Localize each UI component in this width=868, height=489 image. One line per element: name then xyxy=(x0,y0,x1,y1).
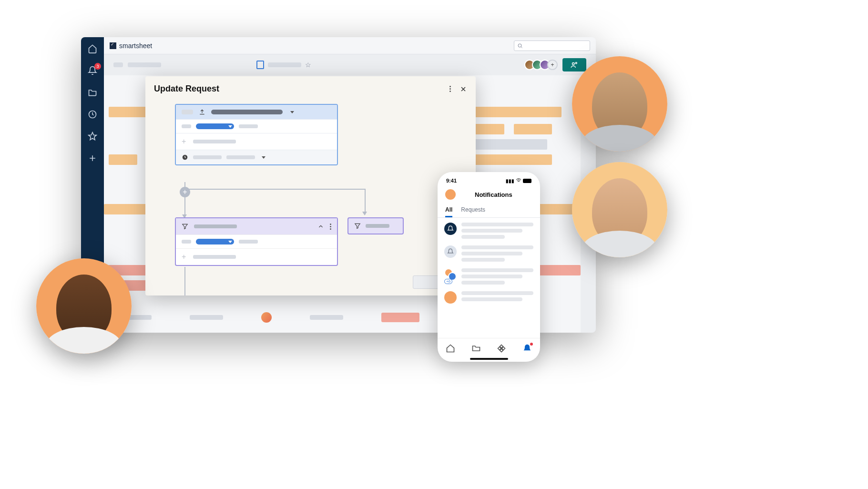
label-skel xyxy=(193,140,236,143)
gantt-bar[interactable] xyxy=(471,124,504,134)
modal-footer xyxy=(145,275,476,289)
phone-home-icon[interactable] xyxy=(446,344,455,355)
share-people-icon xyxy=(570,61,579,69)
nav-folder-icon[interactable] xyxy=(87,87,98,98)
chevron-down-icon xyxy=(262,156,266,159)
breadcrumb-skel xyxy=(113,62,123,67)
phone-signal-icons: ▮▮▮ xyxy=(506,178,531,183)
upload-icon xyxy=(199,109,205,115)
connector xyxy=(365,189,366,214)
avatar-more[interactable]: + xyxy=(547,60,558,70)
badge-dot xyxy=(530,343,533,346)
phone-folder-icon[interactable] xyxy=(471,344,481,355)
collaborators: + xyxy=(524,58,586,71)
label-skel xyxy=(239,240,258,244)
breadcrumb-skel xyxy=(128,62,161,67)
tab-all[interactable]: All xyxy=(445,204,452,217)
profile-avatar[interactable] xyxy=(445,189,456,200)
status-skel xyxy=(190,315,223,320)
gantt-bar[interactable] xyxy=(514,124,552,134)
schedule-dropdown[interactable] xyxy=(226,155,255,159)
condition-chip[interactable] xyxy=(196,239,234,244)
condition-label-skel xyxy=(194,224,237,228)
connector xyxy=(184,189,366,190)
clock-icon xyxy=(182,154,188,161)
star-icon[interactable]: ☆ xyxy=(305,61,311,69)
status-pill[interactable] xyxy=(381,313,419,322)
label-skel xyxy=(239,124,258,128)
gantt-bar[interactable] xyxy=(109,154,137,165)
condition-card[interactable]: + xyxy=(175,217,338,266)
phone-notifications-icon[interactable] xyxy=(522,344,532,355)
schedule-skel xyxy=(193,155,222,159)
home-indicator xyxy=(470,358,508,360)
label-skel xyxy=(182,240,191,244)
tab-requests[interactable]: Requests xyxy=(461,204,485,217)
search-icon xyxy=(517,43,523,49)
nav-favorite-icon[interactable] xyxy=(87,131,98,142)
condition-label-skel xyxy=(366,224,389,228)
filter-icon xyxy=(354,223,361,229)
persona-avatar xyxy=(572,162,667,257)
notification-list[interactable]: +6 xyxy=(438,218,540,308)
label-skel xyxy=(182,124,191,128)
add-condition-icon[interactable]: + xyxy=(182,137,188,146)
nav-bell-icon[interactable]: 3 xyxy=(87,65,98,76)
phone-apps-icon[interactable] xyxy=(497,344,506,355)
modal-menu-icon[interactable] xyxy=(449,86,451,92)
svg-point-1 xyxy=(518,44,521,47)
top-bar: smartsheet xyxy=(104,37,596,54)
chevron-up-icon[interactable] xyxy=(317,223,324,230)
bell-icon xyxy=(444,223,457,235)
notification-item[interactable] xyxy=(444,245,533,262)
label-skel xyxy=(193,255,236,259)
bell-icon xyxy=(444,245,457,258)
gantt-bar[interactable] xyxy=(466,154,552,165)
add-condition-icon[interactable]: + xyxy=(182,253,188,261)
brand-mark-icon xyxy=(110,42,116,49)
avatar xyxy=(444,291,457,304)
close-icon[interactable] xyxy=(460,85,467,93)
svg-point-3 xyxy=(575,62,577,64)
persona-avatar xyxy=(36,258,132,354)
brand-name: smartsheet xyxy=(119,42,152,50)
arrow-icon xyxy=(362,212,367,215)
modal-title: Update Request xyxy=(154,84,219,94)
assignee-avatar[interactable] xyxy=(261,312,272,323)
phone-time: 9:41 xyxy=(446,178,457,183)
card-menu-icon[interactable] xyxy=(330,224,331,230)
stacked-avatars: +6 xyxy=(444,268,457,285)
nav-recent-icon[interactable] xyxy=(87,109,98,120)
notification-item[interactable] xyxy=(444,291,533,304)
trigger-card[interactable]: + xyxy=(175,104,338,165)
phone-title: Notifications xyxy=(475,191,512,198)
chevron-down-icon xyxy=(290,111,294,113)
grip-icon[interactable] xyxy=(182,110,193,114)
condition-card-collapsed[interactable] xyxy=(347,217,404,234)
nav-badge: 3 xyxy=(94,63,101,70)
persona-avatar xyxy=(572,56,667,152)
update-request-modal: Update Request + xyxy=(145,76,476,295)
sheet-icon xyxy=(256,61,264,69)
gantt-bar[interactable] xyxy=(466,107,562,117)
nav-home-icon[interactable] xyxy=(87,43,98,54)
status-skel xyxy=(310,315,343,320)
notification-item[interactable]: +6 xyxy=(444,268,533,285)
mobile-preview: 9:41 ▮▮▮ Notifications All Requests +6 xyxy=(438,172,540,362)
search-input[interactable] xyxy=(514,41,590,51)
nav-add-icon[interactable] xyxy=(87,153,98,164)
phone-status-bar: 9:41 ▮▮▮ xyxy=(438,178,540,183)
filter-icon xyxy=(182,223,188,230)
notification-item[interactable] xyxy=(444,223,533,239)
sub-header: ☆ + xyxy=(104,54,596,75)
svg-point-2 xyxy=(572,63,575,65)
document-tab[interactable]: ☆ xyxy=(256,61,311,69)
doc-title-skel xyxy=(268,62,301,67)
condition-chip[interactable] xyxy=(196,123,234,129)
avatar-stack[interactable]: + xyxy=(524,60,558,70)
phone-nav xyxy=(438,338,540,357)
share-button[interactable] xyxy=(562,58,586,71)
more-count-badge: +6 xyxy=(444,279,452,284)
trigger-dropdown[interactable] xyxy=(211,110,283,114)
gantt-bar[interactable] xyxy=(471,139,547,150)
